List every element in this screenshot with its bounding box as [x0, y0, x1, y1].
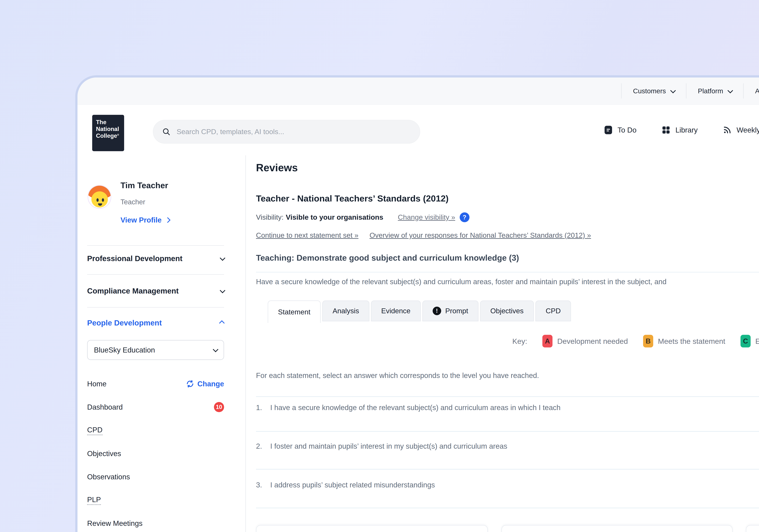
logo-line: The — [96, 119, 124, 126]
todo-icon — [604, 125, 613, 135]
todo-link[interactable]: To Do — [604, 125, 636, 135]
nav-customers-label: Customers — [633, 87, 666, 95]
continue-link[interactable]: Continue to next statement set » — [256, 231, 358, 239]
alert-icon: ! — [433, 307, 441, 315]
refresh-icon — [186, 380, 194, 388]
chevron-down-icon — [728, 88, 733, 93]
view-profile-link[interactable]: View Profile — [120, 216, 170, 224]
header: The National College® To Do — [77, 105, 759, 155]
key-label: Key: — [512, 337, 527, 346]
statement-row-1: 1. I have a secure knowledge of the rele… — [256, 403, 561, 412]
help-icon[interactable]: ? — [460, 212, 469, 222]
sidebar-item-plp[interactable]: PLP — [87, 495, 224, 505]
search-input[interactable] — [176, 128, 411, 136]
statement-row-2: 2. I foster and maintain pupils’ interes… — [256, 441, 507, 451]
weekly-label: Weekly — [737, 126, 759, 134]
app-window: Customers Platform AI The National Colle… — [77, 77, 759, 532]
tab-evidence[interactable]: Evidence — [371, 301, 421, 321]
profile-role: Teacher — [120, 198, 145, 206]
avatar — [88, 185, 111, 209]
key-badge-c: C — [740, 335, 751, 348]
top-nav: Customers Platform AI — [77, 77, 759, 105]
nav-ai[interactable]: AI — [743, 83, 759, 99]
avatar-eye — [97, 198, 99, 202]
overview-link[interactable]: Overview of your responses for National … — [370, 231, 591, 239]
section-compliance-management[interactable]: Compliance Management — [87, 286, 224, 296]
sidebar-item-review-meetings[interactable]: Review Meetings — [87, 518, 224, 528]
library-label: Library — [675, 126, 698, 134]
nav-platform[interactable]: Platform — [686, 83, 743, 99]
tab-prompt[interactable]: ! Prompt — [422, 301, 478, 321]
divider — [256, 469, 759, 470]
key-badge-b: B — [643, 335, 653, 348]
tab-statement[interactable]: Statement — [268, 301, 321, 323]
chevron-right-icon — [165, 217, 171, 223]
weekly-link[interactable]: Weekly — [723, 126, 759, 134]
sidebar-item-objectives[interactable]: Objectives — [87, 449, 224, 459]
change-visibility-link[interactable]: Change visibility » — [398, 213, 455, 222]
change-school-button[interactable]: Change — [186, 380, 224, 388]
divider — [87, 307, 224, 307]
logo-line: College® — [96, 133, 124, 139]
library-grid-icon — [662, 126, 670, 134]
organisation-select[interactable]: BlueSky Education — [87, 340, 224, 360]
page-title: Reviews — [256, 162, 298, 174]
statement-instruction: For each statement, select an answer whi… — [256, 371, 539, 380]
divider — [87, 274, 224, 275]
library-link[interactable]: Library — [662, 126, 698, 134]
visibility-label: Visibility: — [256, 213, 284, 222]
key-text-c: Exc — [755, 337, 759, 346]
chevron-down-icon — [670, 88, 676, 93]
content: Tim Teacher Teacher View Profile Profess… — [77, 155, 759, 532]
sidebar-item-home[interactable]: Home Change — [87, 379, 224, 389]
answer-key-legend: Key: A Development needed B Meets the st… — [512, 335, 759, 347]
key-badge-a: A — [542, 335, 552, 348]
tab-analysis[interactable]: Analysis — [322, 301, 369, 321]
answer-card[interactable] — [746, 525, 759, 532]
registered-mark: ® — [117, 133, 119, 136]
profile-name: Tim Teacher — [120, 181, 168, 190]
notification-badge: 10 — [214, 402, 224, 412]
divider — [256, 396, 759, 397]
logo-line: National — [96, 126, 124, 133]
statement-links: Continue to next statement set » Overvie… — [256, 231, 591, 239]
chevron-down-icon — [220, 288, 225, 293]
search-icon — [162, 127, 171, 136]
answer-card[interactable] — [256, 525, 488, 532]
nav-platform-label: Platform — [698, 87, 723, 95]
todo-label: To Do — [618, 126, 636, 134]
sidebar-item-observations[interactable]: Observations — [87, 472, 224, 482]
visibility-value: Visible to your organisations — [286, 213, 383, 222]
divider — [256, 431, 759, 432]
organisation-select-wrap: BlueSky Education — [87, 340, 224, 360]
main-panel: Reviews Teacher - National Teachers’ Sta… — [246, 155, 759, 532]
statement-row-3: 3. I address pupils’ subject related mis… — [256, 480, 435, 489]
section-professional-development[interactable]: Professional Development — [87, 254, 224, 263]
rss-icon — [723, 126, 732, 134]
tab-objectives[interactable]: Objectives — [480, 301, 534, 321]
chevron-down-icon — [220, 255, 225, 261]
divider — [87, 245, 224, 246]
nav-ai-label: AI — [755, 87, 759, 95]
avatar-eye — [102, 198, 104, 202]
sidebar: Tim Teacher Teacher View Profile Profess… — [77, 155, 246, 532]
tab-bar: Statement Analysis Evidence ! Prompt Obj… — [268, 301, 571, 323]
statement-set-description: Have a secure knowledge of the relevant … — [256, 277, 666, 286]
divider — [256, 272, 759, 272]
divider — [256, 508, 759, 508]
section-people-development[interactable]: People Development — [87, 318, 224, 328]
sidebar-item-cpd[interactable]: CPD — [87, 426, 224, 435]
visibility-row: Visibility: Visible to your organisation… — [256, 212, 469, 222]
answer-card[interactable] — [501, 525, 733, 532]
chevron-up-icon — [219, 320, 224, 326]
key-text-a: Development needed — [557, 337, 628, 346]
header-quick-links: To Do Library Weekly — [579, 105, 759, 155]
statement-set-heading: Teaching: Demonstrate good subject and c… — [256, 253, 519, 263]
national-college-logo[interactable]: The National College® — [92, 115, 124, 151]
review-title: Teacher - National Teachers’ Standards (… — [256, 193, 449, 204]
search-bar[interactable] — [153, 120, 420, 143]
tab-cpd[interactable]: CPD — [536, 301, 571, 321]
key-text-b: Meets the statement — [658, 337, 725, 346]
nav-customers[interactable]: Customers — [621, 83, 686, 99]
sidebar-item-dashboard[interactable]: Dashboard 10 — [87, 402, 224, 412]
